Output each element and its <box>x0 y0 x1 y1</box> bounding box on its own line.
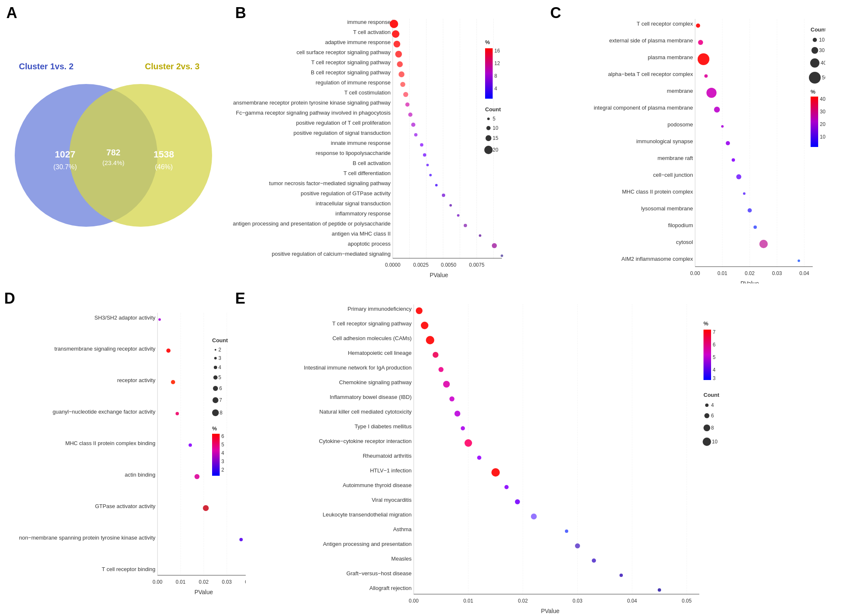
svg-point-68 <box>487 118 490 120</box>
svg-point-42 <box>411 123 415 127</box>
svg-text:4: 4 <box>711 402 714 408</box>
panel-b-plot-area: immune response T cell activation adapti… <box>233 19 503 278</box>
svg-text:cytosol: cytosol <box>676 239 693 245</box>
svg-text:HTLV−1 infection: HTLV−1 infection <box>370 467 412 474</box>
svg-text:12: 12 <box>494 60 500 66</box>
panel-c-plot-area: T cell receptor complex external side of… <box>594 19 813 283</box>
svg-point-37 <box>399 71 404 77</box>
venn-left-count: 1027 <box>55 149 76 160</box>
svg-point-152 <box>189 443 192 447</box>
svg-point-224 <box>504 485 509 489</box>
svg-point-54 <box>492 243 497 248</box>
svg-text:PValue: PValue <box>194 589 213 595</box>
svg-point-52 <box>464 224 467 227</box>
svg-text:Autoimmune thyroid disease: Autoimmune thyroid disease <box>343 482 412 488</box>
panel-b-label: B <box>235 4 246 22</box>
svg-text:7: 7 <box>713 329 716 335</box>
svg-text:%: % <box>704 320 709 327</box>
svg-point-72 <box>486 135 491 141</box>
svg-text:Measles: Measles <box>391 556 412 562</box>
svg-text:0.0075: 0.0075 <box>469 262 485 268</box>
svg-text:Count: Count <box>704 392 719 398</box>
svg-point-148 <box>158 318 161 321</box>
svg-text:intracellular signal transduct: intracellular signal transduction <box>316 200 391 207</box>
svg-text:B cell activation: B cell activation <box>353 160 391 166</box>
svg-point-102 <box>714 107 720 113</box>
svg-text:podosome: podosome <box>667 121 693 128</box>
svg-text:8: 8 <box>494 73 497 79</box>
svg-point-35 <box>395 51 402 58</box>
svg-point-38 <box>400 82 405 87</box>
svg-point-249 <box>704 413 709 418</box>
svg-point-107 <box>743 192 746 195</box>
svg-point-40 <box>405 102 410 107</box>
svg-text:T cell costimulation: T cell costimulation <box>344 89 391 96</box>
svg-point-170 <box>213 375 218 380</box>
svg-text:regulation of immune response: regulation of immune response <box>316 79 391 86</box>
svg-text:integral component of plasma m: integral component of plasma membrane <box>594 105 693 111</box>
svg-text:Primary immunodeficiency: Primary immunodeficiency <box>348 306 412 312</box>
svg-text:5: 5 <box>221 442 224 448</box>
svg-text:3: 3 <box>218 355 221 361</box>
svg-point-225 <box>515 499 520 504</box>
svg-point-216 <box>438 367 444 372</box>
svg-point-55 <box>501 254 503 257</box>
svg-text:50: 50 <box>822 75 825 81</box>
svg-point-220 <box>461 426 465 430</box>
svg-text:cell surface receptor signalin: cell surface receptor signaling pathway <box>297 49 391 55</box>
svg-text:0.04: 0.04 <box>627 598 637 604</box>
svg-rect-62 <box>485 48 493 99</box>
panel-c-svg: T cell receptor complex external side of… <box>548 6 825 283</box>
svg-point-39 <box>403 92 408 97</box>
svg-point-174 <box>213 397 218 403</box>
panel-c-label: C <box>550 4 561 22</box>
svg-text:guanyl−nucleotide exchange fac: guanyl−nucleotide exchange factor activi… <box>52 409 155 415</box>
svg-text:positive regulation of T cell : positive regulation of T cell proliferat… <box>296 120 391 126</box>
venn-svg: Cluster 1vs. 2 Cluster 2vs. 3 1027 (30.7… <box>4 31 223 262</box>
svg-text:%: % <box>811 89 816 95</box>
svg-point-231 <box>658 588 661 592</box>
svg-text:Chemokine signaling pathway: Chemokine signaling pathway <box>339 379 412 385</box>
svg-text:0.03: 0.03 <box>772 270 782 276</box>
panel-d-legend: Count 2 3 4 5 6 7 8 % <box>212 337 228 476</box>
svg-text:SH3/SH2 adaptor activity: SH3/SH2 adaptor activity <box>94 315 156 321</box>
venn-right-count: 1538 <box>154 149 174 160</box>
svg-text:plasma membrane: plasma membrane <box>648 54 693 60</box>
venn-left-label: Cluster 1vs. 2 <box>19 62 74 71</box>
svg-point-105 <box>732 158 735 162</box>
svg-text:0.03: 0.03 <box>572 598 583 604</box>
svg-point-221 <box>465 439 472 447</box>
panel-e-svg: Primary immunodeficiency T cell receptor… <box>233 292 842 615</box>
svg-point-47 <box>429 174 432 176</box>
svg-rect-179 <box>212 434 220 476</box>
svg-text:4: 4 <box>494 86 497 92</box>
svg-text:adaptive immune response: adaptive immune response <box>325 39 391 45</box>
svg-point-176 <box>212 409 219 416</box>
svg-text:0.02: 0.02 <box>518 598 528 604</box>
svg-text:membrane raft: membrane raft <box>657 155 693 161</box>
svg-text:4: 4 <box>221 450 224 456</box>
svg-point-51 <box>457 214 459 217</box>
svg-point-32 <box>390 20 398 28</box>
venn-diagram: Cluster 1vs. 2 Cluster 2vs. 3 1027 (30.7… <box>4 13 223 281</box>
svg-text:0.03: 0.03 <box>222 579 232 585</box>
svg-point-214 <box>426 336 434 344</box>
svg-point-222 <box>477 456 481 460</box>
svg-point-168 <box>214 366 217 369</box>
svg-point-97 <box>696 24 700 28</box>
svg-text:6: 6 <box>221 433 224 439</box>
svg-text:non−membrane spanning protein : non−membrane spanning protein tyrosine k… <box>19 535 155 541</box>
svg-point-50 <box>449 204 452 207</box>
svg-point-101 <box>706 88 717 98</box>
svg-text:10: 10 <box>493 125 499 131</box>
venn-left-pct: (30.7%) <box>53 163 77 170</box>
svg-text:4: 4 <box>218 364 221 370</box>
svg-point-74 <box>484 146 493 154</box>
venn-center-count: 782 <box>106 148 120 157</box>
svg-text:MHC class II protein complex: MHC class II protein complex <box>622 189 693 195</box>
svg-text:0.01: 0.01 <box>176 579 186 585</box>
svg-text:Viral myocarditis: Viral myocarditis <box>372 497 412 503</box>
svg-text:T cell receptor binding: T cell receptor binding <box>102 566 155 572</box>
svg-text:AIM2 inflammasome complex: AIM2 inflammasome complex <box>622 256 693 262</box>
svg-text:transmembrane receptor protein: transmembrane receptor protein tyrosine … <box>233 100 391 106</box>
